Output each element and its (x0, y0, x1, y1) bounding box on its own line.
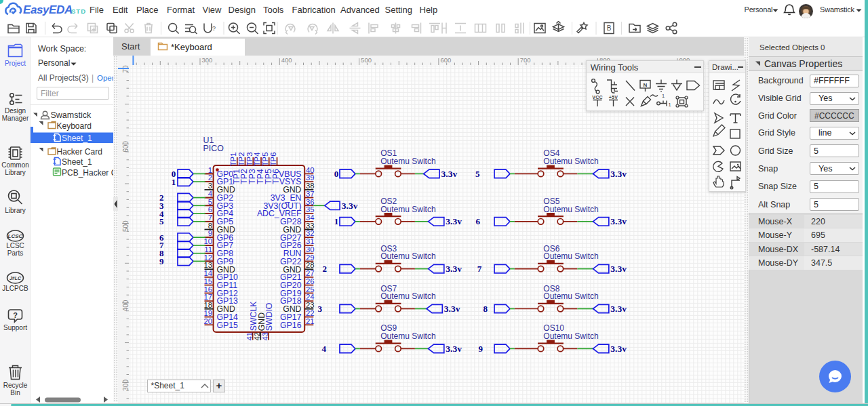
svg-text:GP16: GP16 (280, 321, 302, 330)
svg-text:18: 18 (203, 301, 212, 309)
svg-text:3.3v: 3.3v (446, 344, 462, 354)
svg-text:?: ? (13, 311, 18, 319)
svg-text:9: 9 (159, 256, 164, 266)
svg-text:31: 31 (306, 237, 315, 245)
svg-text:1: 1 (669, 101, 671, 107)
svg-text:300: 300 (202, 56, 213, 64)
svg-text:?: ? (212, 25, 216, 32)
svg-text:3.3v: 3.3v (610, 344, 627, 354)
svg-text:17: 17 (203, 293, 212, 301)
svg-text:+5V: +5V (609, 94, 618, 99)
svg-text:Swamstick: Swamstick (51, 110, 92, 120)
svg-text:24: 24 (306, 293, 315, 301)
svg-text:12: 12 (203, 253, 212, 262)
svg-text:1: 1 (662, 93, 665, 99)
svg-text:600: 600 (122, 141, 129, 153)
svg-text:36: 36 (306, 198, 315, 206)
svg-text:39: 39 (306, 174, 315, 182)
svg-text:3.3v: 3.3v (444, 304, 460, 314)
svg-text:400: 400 (281, 56, 292, 64)
svg-text:5: 5 (159, 216, 164, 226)
svg-text:1: 1 (334, 216, 339, 226)
svg-text:3.3v: 3.3v (610, 304, 627, 314)
svg-text:GP15: GP15 (217, 321, 239, 330)
svg-text:3: 3 (318, 304, 323, 314)
svg-text:Sheet_1: Sheet_1 (62, 134, 92, 143)
svg-text:TP3: TP3 (245, 153, 254, 167)
svg-text:Outemu Switch: Outemu Switch (543, 205, 598, 214)
svg-text:41: 41 (245, 332, 254, 341)
svg-text:33: 33 (306, 222, 315, 230)
svg-text:500: 500 (361, 56, 372, 64)
svg-text:6: 6 (476, 216, 481, 226)
svg-text:27: 27 (306, 269, 315, 277)
svg-text:38: 38 (306, 182, 315, 190)
svg-text:Outemu Switch: Outemu Switch (380, 291, 435, 301)
svg-text:N: N (644, 81, 648, 87)
svg-text:Outemu Switch: Outemu Switch (543, 157, 598, 166)
svg-text:13: 13 (203, 261, 212, 269)
svg-text:5: 5 (208, 198, 212, 206)
svg-text:TP4: TP4 (253, 153, 261, 167)
svg-text:J#LC: J#LC (9, 276, 22, 281)
svg-text:8: 8 (484, 304, 488, 314)
svg-text:21: 21 (306, 317, 315, 325)
svg-text:8: 8 (208, 222, 212, 230)
svg-text:34: 34 (306, 214, 315, 222)
svg-text:7: 7 (208, 214, 212, 222)
svg-text:400: 400 (122, 300, 129, 311)
svg-text:Outemu Switch: Outemu Switch (380, 331, 435, 341)
svg-text:3: 3 (208, 182, 212, 190)
svg-text:22: 22 (306, 309, 315, 317)
svg-text:Outemu Switch: Outemu Switch (543, 331, 598, 341)
svg-text:TP1: TP1 (229, 153, 237, 167)
svg-text:600: 600 (440, 56, 451, 64)
svg-text:3.3v: 3.3v (610, 169, 627, 179)
svg-text:Hacker Card: Hacker Card (57, 147, 102, 157)
svg-text:3.3v: 3.3v (446, 216, 462, 226)
svg-text:PICO: PICO (203, 144, 224, 153)
svg-text:Outemu Switch: Outemu Switch (543, 251, 598, 261)
svg-text:TP6: TP6 (269, 153, 277, 167)
svg-text:3.3v: 3.3v (610, 216, 627, 226)
svg-text:TP6: TP6 (271, 169, 281, 184)
svg-text:B: B (607, 24, 612, 32)
svg-text:SWDIO: SWDIO (264, 303, 274, 331)
svg-text:3.3v: 3.3v (610, 264, 627, 274)
svg-text:1: 1 (172, 177, 176, 187)
svg-text:Outemu Switch: Outemu Switch (380, 157, 435, 166)
svg-text:26: 26 (306, 277, 315, 285)
svg-text:Outemu Switch: Outemu Switch (380, 205, 435, 214)
svg-text:7: 7 (477, 264, 482, 274)
svg-text:0: 0 (334, 169, 339, 179)
svg-text:11: 11 (204, 245, 212, 253)
svg-text:9: 9 (479, 344, 484, 354)
svg-text:9: 9 (208, 229, 212, 237)
svg-text:23: 23 (306, 301, 315, 309)
svg-text:32: 32 (306, 229, 315, 237)
svg-text:2: 2 (323, 264, 328, 274)
svg-text:TP5: TP5 (261, 153, 269, 167)
svg-text:1: 1 (208, 166, 212, 174)
svg-text:43: 43 (261, 332, 269, 341)
svg-text:4: 4 (322, 344, 327, 354)
svg-text:3.3v: 3.3v (446, 264, 462, 274)
svg-text:29: 29 (306, 253, 315, 262)
svg-text:28: 28 (306, 261, 315, 269)
svg-text:TP2: TP2 (237, 153, 245, 167)
svg-text:37: 37 (306, 190, 315, 198)
svg-text:42: 42 (253, 332, 261, 341)
svg-text:LCSC: LCSC (8, 233, 23, 239)
svg-text:19: 19 (203, 309, 212, 317)
svg-text:40: 40 (306, 166, 315, 174)
svg-text:700: 700 (520, 56, 531, 64)
svg-text:PCB_Hacker Car: PCB_Hacker Car (62, 168, 114, 178)
svg-text:30: 30 (306, 245, 315, 253)
svg-text:25: 25 (306, 285, 315, 293)
svg-text:5: 5 (475, 169, 480, 179)
svg-text:35: 35 (306, 205, 315, 214)
svg-text:15: 15 (203, 277, 212, 285)
svg-text:3.3v: 3.3v (342, 201, 358, 211)
svg-text:10: 10 (203, 237, 212, 245)
svg-text:14: 14 (203, 269, 212, 277)
